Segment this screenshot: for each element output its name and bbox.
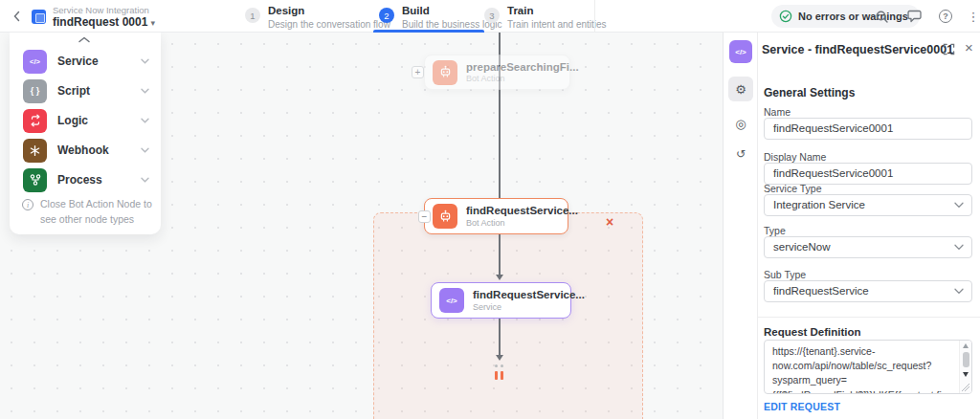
palette-item-logic[interactable]: Logic <box>23 108 149 133</box>
chevron-down-icon <box>141 118 149 123</box>
node-subtitle: Bot Action <box>466 218 578 229</box>
info-icon: i <box>22 199 33 210</box>
display-name-field[interactable]: findRequestService0001 <box>764 163 972 185</box>
step-number: 2 <box>379 8 394 23</box>
palette-item-script[interactable]: { } Script <box>23 78 149 103</box>
node-palette: </> Service { } Script Logic Webhook <box>10 33 161 234</box>
name-field[interactable]: findRequestService0001 <box>764 118 972 140</box>
edit-request-link[interactable]: EDIT REQUEST <box>764 401 840 412</box>
tab-design[interactable]: 1 Design Design the conversation flow <box>245 4 390 31</box>
name-label: Name <box>764 106 791 118</box>
chevron-down-icon <box>954 202 964 210</box>
app-logo-icon <box>32 10 46 24</box>
service-code-icon: </> <box>439 288 464 313</box>
bot-action-icon <box>433 60 457 85</box>
palette-item-process[interactable]: Process <box>23 167 149 192</box>
step-desc: Design the conversation flow <box>268 18 390 31</box>
display-name-label: Display Name <box>764 151 826 163</box>
connector-line <box>499 234 501 276</box>
drop-target-stub[interactable] <box>501 371 503 380</box>
status-badge[interactable]: No errors or warnings <box>771 5 920 28</box>
type-label: Type <box>764 225 786 236</box>
app-window: Service Now Integration findRequest 0001… <box>0 0 980 419</box>
palette-item-webhook[interactable]: Webhook <box>23 138 149 163</box>
asterisk-icon <box>23 139 47 163</box>
step-label: Train <box>507 4 607 18</box>
resize-handle[interactable] <box>962 384 969 391</box>
close-region-icon[interactable]: × <box>606 214 613 230</box>
node-title: prepareSearchingFi... <box>466 60 579 74</box>
node-prepare-searching[interactable]: prepareSearchingFi... Bot Action <box>424 55 570 90</box>
sub-type-select[interactable]: findRequestService <box>764 280 972 302</box>
help-icon[interactable]: ? <box>937 8 954 25</box>
request-definition-value[interactable]: https://{tenant}.service- now.com/api/no… <box>772 344 950 394</box>
expand-panel-icon[interactable] <box>943 43 956 56</box>
step-label: Design <box>268 4 390 18</box>
tab-train[interactable]: 3 Train Train intent and entities <box>484 4 607 31</box>
chevron-down-icon <box>141 177 149 183</box>
header-divider <box>594 0 595 33</box>
step-desc: Train intent and entities <box>507 18 607 31</box>
gear-icon[interactable]: ⚙ <box>728 77 753 101</box>
chevron-down-icon <box>954 288 964 296</box>
service-type-label: Service Type <box>764 183 822 194</box>
node-title: findRequestService... <box>466 204 578 217</box>
expand-node-button[interactable]: + <box>412 66 424 78</box>
breadcrumb: Service Now Integration <box>53 5 149 15</box>
top-header: Service Now Integration findRequest 0001… <box>0 0 980 33</box>
service-code-icon: </> <box>729 40 752 63</box>
check-circle-icon <box>779 10 792 23</box>
scroll-down-icon[interactable] <box>963 372 969 377</box>
node-find-request-service[interactable]: </> findRequestService... Service <box>431 282 571 319</box>
node-find-request-bot-action[interactable]: findRequestService... Bot Action − <box>424 198 568 234</box>
collapse-panel-icon[interactable] <box>78 35 93 45</box>
node-subtitle: Service <box>473 302 585 313</box>
code-icon: </> <box>23 50 47 74</box>
drop-target-stub[interactable] <box>495 371 498 380</box>
braces-icon: { } <box>23 79 47 103</box>
chevron-down-icon: ▾ <box>150 18 155 28</box>
inspector-title: Service - findRequestService0001 <box>762 43 953 56</box>
search-icon[interactable] <box>873 8 890 25</box>
back-icon[interactable] <box>10 9 25 24</box>
comment-icon[interactable] <box>905 8 923 25</box>
step-number: 1 <box>245 8 260 23</box>
section-divider <box>758 317 980 318</box>
connector-arrow <box>496 355 503 361</box>
chevron-down-icon <box>141 147 149 153</box>
connector-line <box>499 319 501 356</box>
collapse-node-button[interactable]: − <box>418 210 431 223</box>
scroll-thumb[interactable] <box>963 352 969 367</box>
status-text: No errors or warnings <box>798 11 908 22</box>
active-tab-underline <box>373 30 484 33</box>
service-inspector-panel: </> ⚙ ◎ ↺ Service - findRequestService00… <box>723 33 980 419</box>
connector-dot <box>495 364 498 367</box>
chevron-down-icon <box>141 88 149 94</box>
rotate-icon[interactable]: ↺ <box>728 142 753 166</box>
palette-item-service[interactable]: </> Service <box>23 49 149 74</box>
flowchart-icon <box>23 168 47 192</box>
request-definition-textarea[interactable]: https://{tenant}.service- now.com/api/no… <box>764 340 972 394</box>
type-select[interactable]: serviceNow <box>764 236 972 258</box>
node-subtitle: Bot Action <box>466 74 579 84</box>
connector-dot <box>501 364 503 367</box>
project-title-dropdown[interactable]: findRequest 0001▾ <box>53 15 155 29</box>
close-icon[interactable]: × <box>965 39 973 55</box>
request-definition-label: Request Definition <box>764 326 861 338</box>
loop-icon <box>23 109 47 133</box>
step-number: 3 <box>484 8 500 23</box>
chevron-down-icon <box>954 244 964 252</box>
bot-action-icon <box>433 204 457 229</box>
sub-type-label: Sub Type <box>764 269 806 280</box>
palette-note: Close Bot Action Node to see other node … <box>40 197 153 228</box>
target-icon[interactable]: ◎ <box>728 111 753 136</box>
section-title: General Settings <box>764 86 855 99</box>
kebab-menu-icon[interactable]: ⋮ <box>965 8 980 25</box>
connector-arrow <box>496 275 503 280</box>
scroll-up-icon[interactable] <box>963 343 969 348</box>
inspector-rail: </> ⚙ ◎ ↺ <box>724 33 758 419</box>
node-title: findRequestService... <box>473 288 585 301</box>
chevron-down-icon <box>141 58 149 64</box>
service-type-select[interactable]: Integration Service <box>764 194 972 216</box>
